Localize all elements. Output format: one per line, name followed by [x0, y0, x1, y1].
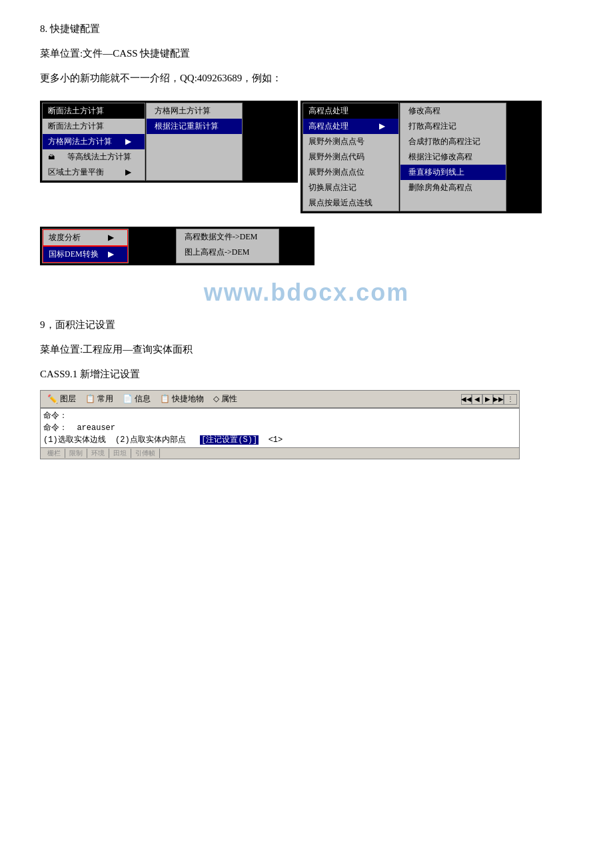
submenu2-item5[interactable]: 垂直移动到线上 [400, 165, 506, 180]
section8-title: 8. 快捷键配置 [40, 20, 573, 38]
toolbar-nav-buttons: ◀◀ ◀ ▶ ▶▶ ⋮ [461, 394, 517, 405]
cad-toolbar-row: ✏️ 图层 📋 常用 📄 信息 📋 快捷地物 ◇ 属性 ◀◀ ◀ ▶ ▶▶ ⋮ [40, 390, 520, 408]
arrow-icon: ▶ [125, 137, 131, 147]
menu2-item4[interactable]: 展野外测点点位 [303, 165, 398, 180]
cmd-line2: 命令： areauser [43, 422, 516, 434]
arrow2-icon: ▶ [125, 167, 131, 177]
screenshot3-bg-mid [129, 229, 175, 263]
menu1-item2[interactable]: 方格网法土方计算 ▶ [43, 134, 145, 149]
menu2-item1[interactable]: 高程点处理 ▶ [303, 119, 398, 134]
layers-icon: ✏️ [47, 394, 58, 405]
status-item2: 限制 [65, 449, 87, 458]
screenshot1-bg-right [243, 103, 296, 181]
tab-quickobj-label: 快捷地物 [172, 393, 204, 405]
menu3-submenu: 高程数据文件->DEM 图上高程点->DEM [176, 229, 279, 263]
tab-layers[interactable]: ✏️ 图层 [43, 391, 81, 407]
screenshot1: 断面法土方计算 断面法土方计算 方格网法土方计算 ▶ 🏔 等高线法土方计算 区域… [40, 101, 298, 183]
arrow4-icon: ▶ [108, 233, 114, 243]
arrow5-icon: ▶ [108, 249, 114, 259]
menu2-header: 高程点处理 [303, 103, 398, 119]
cmd-line3: (1)选取实体边线 (2)点取实体内部点 [注记设置(S)] <1> [43, 434, 516, 446]
nav-extra-btn[interactable]: ⋮ [504, 394, 517, 405]
menu3-item2[interactable]: 国标DEM转换 ▶ [43, 246, 128, 263]
submenu3-item1[interactable]: 高程数据文件->DEM [177, 229, 279, 245]
tab-attr-label: 属性 [221, 393, 237, 405]
tab-quickobj[interactable]: 📋 快捷地物 [155, 391, 209, 407]
common-icon: 📋 [85, 394, 95, 404]
submenu2-item1[interactable]: 修改高程 [400, 103, 506, 119]
tab-common-label: 常用 [97, 393, 113, 405]
tab-common[interactable]: 📋 常用 [81, 391, 118, 407]
diamond-icon: ◇ [213, 394, 219, 404]
menu3-item1[interactable]: 坡度分析 ▶ [43, 229, 128, 246]
screenshot2: 高程点处理 高程点处理 ▶ 展野外测点点号 展野外测点代码 展野外测点点位 切换… [301, 101, 542, 213]
menu3-left: 坡度分析 ▶ 国标DEM转换 ▶ [42, 229, 129, 263]
menu1-left: 断面法土方计算 断面法土方计算 方格网法土方计算 ▶ 🏔 等高线法土方计算 区域… [42, 103, 145, 181]
section8-menu-location: 菜单位置:文件—CASS 快捷键配置 [40, 45, 573, 63]
nav-last-btn[interactable]: ▶▶ [493, 394, 504, 405]
menu1-item3[interactable]: 🏔 等高线法土方计算 [43, 149, 145, 165]
menu1-item4[interactable]: 区域土方量平衡 ▶ [43, 165, 145, 180]
submenu2-item3[interactable]: 合成打散的高程注记 [400, 134, 506, 149]
submenu3-item2[interactable]: 图上高程点->DEM [177, 245, 279, 260]
menu2-submenu: 修改高程 打散高程注记 合成打散的高程注记 根据注记修改高程 垂直移动到线上 删… [400, 103, 506, 211]
tab-info[interactable]: 📄 信息 [118, 391, 155, 407]
tab-info-label: 信息 [135, 393, 151, 405]
status-item4: 田坦 [109, 449, 131, 458]
cad-command-area: 命令： 命令： areauser (1)选取实体边线 (2)点取实体内部点 [注… [40, 408, 520, 448]
info-doc-icon: 📄 [123, 394, 133, 404]
menu2-left: 高程点处理 高程点处理 ▶ 展野外测点点号 展野外测点代码 展野外测点点位 切换… [303, 103, 399, 211]
menu2-item2[interactable]: 展野外测点点号 [303, 134, 398, 149]
landscape-icon: 🏔 [48, 153, 55, 161]
submenu2-item4[interactable]: 根据注记修改高程 [400, 149, 506, 165]
section9-menu-location: 菜单位置:工程应用—查询实体面积 [40, 341, 573, 359]
submenu2-item6[interactable]: 删除房角处高程点 [400, 180, 506, 195]
screenshot2-bg-right [506, 103, 540, 211]
cad-screenshot: ✏️ 图层 📋 常用 📄 信息 📋 快捷地物 ◇ 属性 ◀◀ ◀ ▶ ▶▶ ⋮ … [40, 390, 520, 459]
cad-status-bar: 栅栏 限制 环境 田坦 引傅帧 [40, 448, 520, 459]
status-item3: 环境 [87, 449, 109, 458]
tab-attr[interactable]: ◇ 属性 [209, 391, 242, 407]
nav-prev-btn[interactable]: ◀ [472, 394, 482, 405]
menu2-item5[interactable]: 切换展点注记 [303, 180, 398, 195]
cmd-line1: 命令： [43, 410, 516, 422]
arrow3-icon: ▶ [379, 121, 385, 131]
submenu1-item1[interactable]: 方格网土方计算 [147, 103, 242, 119]
watermark: www.bdocx.com [40, 275, 573, 311]
status-item5: 引傅帧 [131, 449, 160, 458]
section8-note: 更多小的新功能就不一一介绍，QQ:409263689，例如： [40, 69, 573, 87]
section9-title: 9，面积注记设置 [40, 316, 573, 334]
quickobj-icon: 📋 [160, 394, 170, 404]
cmd-highlight-text: [注记设置(S)] [200, 435, 259, 445]
submenu1-item2[interactable]: 根据注记重新计算 [147, 119, 242, 134]
menu1-item1[interactable]: 断面法土方计算 [43, 119, 145, 134]
tab-layers-label: 图层 [60, 393, 76, 405]
screenshot3: 坡度分析 ▶ 国标DEM转换 ▶ 高程数据文件->DEM 图上高程点->DEM [40, 227, 314, 265]
menu1-submenu: 方格网土方计算 根据注记重新计算 [146, 103, 243, 181]
screenshot3-bg-right [279, 229, 312, 263]
nav-first-btn[interactable]: ◀◀ [461, 394, 472, 405]
status-item1: 栅栏 [43, 449, 65, 458]
menu1-header: 断面法土方计算 [43, 103, 145, 119]
section9-note: CASS9.1 新增注记设置 [40, 365, 573, 383]
menu2-item3[interactable]: 展野外测点代码 [303, 149, 398, 165]
nav-next-btn[interactable]: ▶ [482, 394, 493, 405]
submenu2-item2[interactable]: 打散高程注记 [400, 119, 506, 134]
menu2-item6[interactable]: 展点按最近点连线 [303, 195, 398, 211]
